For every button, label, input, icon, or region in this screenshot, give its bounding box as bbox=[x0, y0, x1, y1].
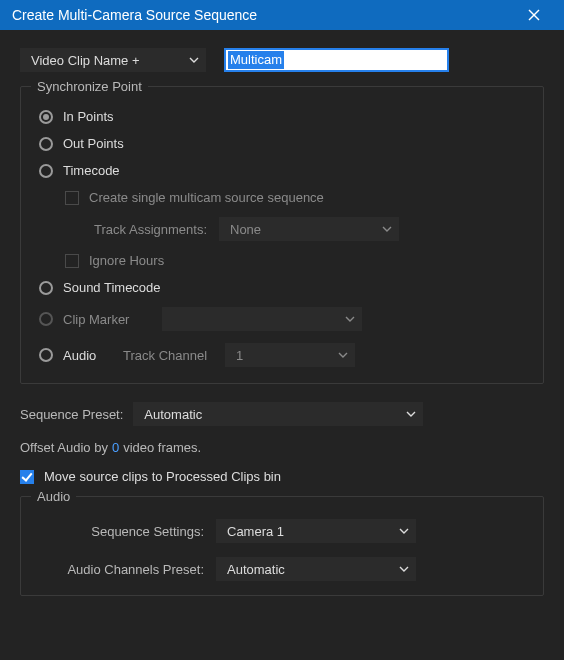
offset-audio-value[interactable]: 0 bbox=[112, 440, 119, 455]
radio-sound-timecode[interactable]: Sound Timecode bbox=[39, 280, 525, 295]
clip-marker-dropdown bbox=[162, 307, 362, 331]
radio-in-points[interactable]: In Points bbox=[39, 109, 525, 124]
audio-legend: Audio bbox=[31, 489, 76, 504]
sequence-preset-value: Automatic bbox=[144, 407, 202, 422]
track-channel-label: Track Channel bbox=[123, 348, 215, 363]
radio-out-points[interactable]: Out Points bbox=[39, 136, 525, 151]
close-icon bbox=[528, 9, 540, 21]
radio-label: Timecode bbox=[63, 163, 120, 178]
checkbox-label: Move source clips to Processed Clips bin bbox=[44, 469, 281, 484]
track-channel-value: 1 bbox=[236, 348, 243, 363]
chevron-down-icon bbox=[406, 409, 416, 419]
checkbox-create-single: Create single multicam source sequence bbox=[65, 190, 525, 205]
audio-channels-preset-label: Audio Channels Preset: bbox=[39, 562, 204, 577]
track-assignments-dropdown: None bbox=[219, 217, 399, 241]
radio-icon bbox=[39, 348, 53, 362]
chevron-down-icon bbox=[399, 564, 409, 574]
offset-audio-post: video frames. bbox=[123, 440, 201, 455]
name-basis-value: Video Clip Name + bbox=[31, 53, 140, 68]
synchronize-point-group: Synchronize Point In Points Out Points T… bbox=[20, 86, 544, 384]
audio-group: Audio Sequence Settings: Camera 1 Audio … bbox=[20, 496, 544, 596]
radio-icon bbox=[39, 312, 53, 326]
offset-audio-pre: Offset Audio by bbox=[20, 440, 108, 455]
checkbox-icon bbox=[20, 470, 34, 484]
audio-sequence-settings-value: Camera 1 bbox=[227, 524, 284, 539]
track-assignments-value: None bbox=[230, 222, 261, 237]
audio-sequence-settings-label: Sequence Settings: bbox=[39, 524, 204, 539]
sequence-preset-label: Sequence Preset: bbox=[20, 407, 123, 422]
radio-timecode[interactable]: Timecode bbox=[39, 163, 525, 178]
radio-icon bbox=[39, 164, 53, 178]
checkbox-move-source-clips[interactable]: Move source clips to Processed Clips bin bbox=[20, 469, 544, 484]
chevron-down-icon bbox=[399, 526, 409, 536]
radio-label: Out Points bbox=[63, 136, 124, 151]
checkbox-ignore-hours: Ignore Hours bbox=[65, 253, 525, 268]
radio-icon bbox=[39, 137, 53, 151]
chevron-down-icon bbox=[189, 55, 199, 65]
checkbox-label: Ignore Hours bbox=[89, 253, 164, 268]
radio-icon bbox=[39, 281, 53, 295]
radio-clip-marker: Clip Marker bbox=[63, 312, 148, 327]
synchronize-point-legend: Synchronize Point bbox=[31, 79, 148, 94]
sequence-name-input[interactable]: Multicam bbox=[224, 48, 449, 72]
radio-icon bbox=[39, 110, 53, 124]
name-basis-dropdown[interactable]: Video Clip Name + bbox=[20, 48, 206, 72]
close-button[interactable] bbox=[514, 7, 554, 24]
track-channel-dropdown: 1 bbox=[225, 343, 355, 367]
window-title: Create Multi-Camera Source Sequence bbox=[12, 7, 514, 23]
chevron-down-icon bbox=[345, 314, 355, 324]
radio-audio[interactable]: Audio bbox=[63, 348, 113, 363]
radio-label: Sound Timecode bbox=[63, 280, 161, 295]
chevron-down-icon bbox=[382, 224, 392, 234]
audio-channels-preset-value: Automatic bbox=[227, 562, 285, 577]
audio-sequence-settings-dropdown[interactable]: Camera 1 bbox=[216, 519, 416, 543]
sequence-name-value: Multicam bbox=[228, 51, 284, 69]
checkbox-label: Create single multicam source sequence bbox=[89, 190, 324, 205]
checkbox-icon bbox=[65, 191, 79, 205]
track-assignments-label: Track Assignments: bbox=[87, 222, 207, 237]
checkbox-icon bbox=[65, 254, 79, 268]
audio-channels-preset-dropdown[interactable]: Automatic bbox=[216, 557, 416, 581]
chevron-down-icon bbox=[338, 350, 348, 360]
radio-label: In Points bbox=[63, 109, 114, 124]
sequence-preset-dropdown[interactable]: Automatic bbox=[133, 402, 423, 426]
